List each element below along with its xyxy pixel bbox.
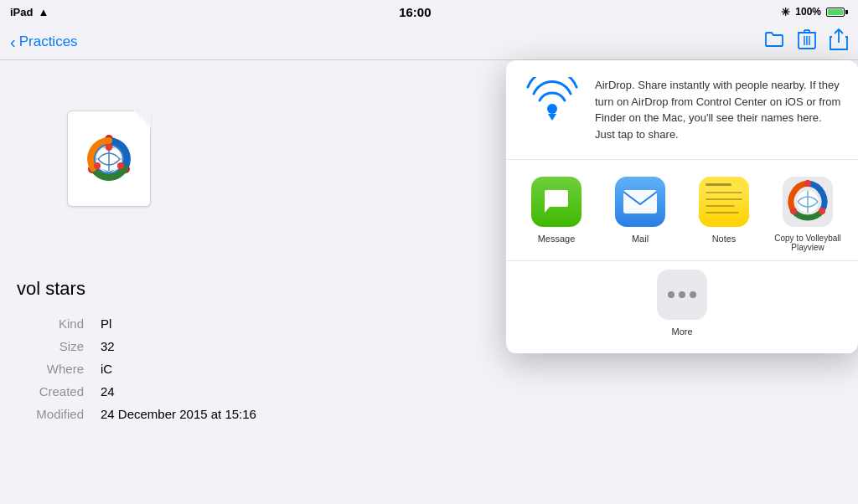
where-value: iC: [101, 362, 112, 376]
trash-icon[interactable]: [798, 28, 816, 54]
battery-body: [826, 8, 845, 17]
svg-point-23: [106, 144, 112, 151]
svg-rect-28: [623, 190, 657, 213]
created-value: 24: [101, 384, 115, 399]
nav-actions: [764, 28, 848, 54]
modified-value: 24 December 2015 at 15:16: [101, 407, 256, 421]
airdrop-section: AirDrop. Share instantly with people nea…: [506, 60, 858, 160]
svg-point-31: [804, 180, 811, 187]
detail-row-modified: Modified 24 December 2015 at 15:16: [17, 407, 841, 421]
size-label: Size: [17, 339, 84, 353]
svg-point-33: [790, 208, 797, 214]
status-right: ✳ 100%: [781, 6, 848, 18]
airdrop-description: AirDrop. Share instantly with people nea…: [595, 77, 841, 142]
more-button[interactable]: More: [649, 270, 716, 337]
battery-percent: 100%: [795, 6, 821, 18]
share-app-volleyball[interactable]: Copy to Volleyball Playview: [774, 177, 841, 252]
more-dots: [668, 291, 696, 298]
message-app-icon: [531, 177, 581, 227]
svg-point-24: [117, 162, 124, 169]
folder-icon[interactable]: [764, 30, 784, 53]
svg-point-26: [547, 104, 557, 114]
back-chevron-icon: ‹: [10, 33, 16, 50]
more-section: More: [506, 261, 858, 353]
share-app-message[interactable]: Message: [523, 177, 590, 244]
message-app-label: Message: [538, 234, 576, 244]
status-left: iPad ▲: [10, 6, 49, 18]
file-icon-container: [67, 111, 151, 211]
volleyball-app-label: Copy to Volleyball Playview: [774, 234, 841, 252]
battery-icon: [826, 8, 848, 17]
svg-marker-27: [548, 114, 556, 121]
mail-app-label: Mail: [632, 234, 649, 244]
created-label: Created: [17, 384, 84, 399]
battery-fill: [828, 9, 843, 15]
notes-line-4: [706, 205, 735, 207]
airdrop-description-text: AirDrop. Share instantly with people nea…: [595, 79, 840, 141]
where-label: Where: [17, 362, 84, 376]
more-dot-2: [679, 291, 685, 298]
airdrop-icon: [523, 77, 581, 136]
notes-app-label: Notes: [712, 234, 737, 244]
notes-icon-content: [699, 177, 749, 227]
volleyball-app-icon: [783, 177, 833, 227]
back-button[interactable]: ‹ Practices: [10, 33, 78, 50]
detail-row-created: Created 24: [17, 384, 841, 399]
nav-bar: ‹ Practices: [0, 23, 858, 60]
notes-line-2: [706, 192, 742, 193]
status-time: 16:00: [399, 5, 431, 19]
detail-row-where: Where iC: [17, 362, 841, 376]
share-app-mail[interactable]: Mail: [607, 177, 674, 244]
size-value: 32: [101, 339, 115, 353]
more-dot-1: [668, 291, 675, 298]
svg-point-25: [94, 162, 101, 169]
more-dot-3: [690, 291, 696, 298]
notes-app-icon: [699, 177, 749, 227]
file-icon: [67, 111, 151, 207]
status-bar: iPad ▲ 16:00 ✳ 100%: [0, 0, 858, 23]
more-icon: [657, 270, 707, 320]
mail-app-icon: [615, 177, 665, 227]
back-label: Practices: [19, 33, 78, 50]
bluetooth-icon: ✳: [781, 6, 790, 18]
device-label: iPad: [10, 6, 33, 18]
notes-line-5: [706, 212, 739, 213]
wifi-icon: ▲: [38, 6, 49, 18]
file-app-icon: [80, 130, 138, 188]
kind-label: Kind: [17, 316, 84, 331]
svg-point-32: [819, 208, 825, 214]
more-label: More: [671, 327, 692, 337]
main-content: vol stars Kind Pl Size 32 Where iC Creat…: [0, 60, 858, 504]
share-app-notes[interactable]: Notes: [690, 177, 757, 244]
modified-label: Modified: [17, 407, 84, 421]
battery-tip: [845, 10, 848, 14]
notes-line-1: [706, 183, 731, 186]
share-icon[interactable]: [830, 28, 848, 54]
notes-line-3: [706, 198, 742, 200]
apps-row: Message Mail: [506, 160, 858, 261]
share-sheet: AirDrop. Share instantly with people nea…: [506, 60, 858, 353]
kind-value: Pl: [101, 316, 111, 331]
